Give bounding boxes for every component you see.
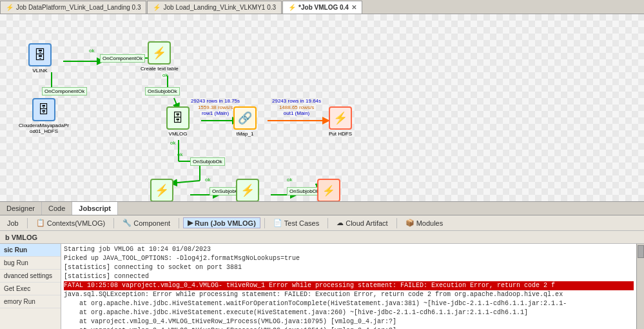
toolbar-cloudartifact-label: Cloud Artifact xyxy=(346,219,387,227)
toolbar-cloudartifact[interactable]: ☁ Cloud Artifact xyxy=(332,217,392,228)
ok-label-3: ok xyxy=(170,140,175,146)
node-createhistable[interactable]: ⚡ Create his table xyxy=(229,179,266,201)
sep-5 xyxy=(327,218,328,228)
tab-3-icon: ⚡ xyxy=(288,4,296,11)
ok-label-2: ok xyxy=(162,72,168,78)
panel-memory-run[interactable]: emory Run xyxy=(0,295,61,308)
toolbar-run-label: Run (Job VMLOG) xyxy=(195,219,256,227)
panel-advanced-settings-label: dvanced settings xyxy=(4,272,52,279)
onsubjob-ok-1: OnSubjobOk xyxy=(145,87,180,95)
canvas-area: 🗄 VLINK OnComponentOk ok ⚡ Create text t… xyxy=(0,14,644,201)
sep-1 xyxy=(27,218,28,228)
toolbar-modules[interactable]: 📦 Modules xyxy=(401,217,448,228)
ok-label-6: ok xyxy=(287,177,292,183)
node-puthdfs[interactable]: ⚡ Put HDFS xyxy=(329,106,352,137)
sep-2 xyxy=(113,218,114,228)
panel-get-exec-label: Get Exec xyxy=(4,285,30,292)
toolbar-modules-icon: 📦 xyxy=(405,219,415,227)
stats-vmlog-in: 29243 rows in 18.75s1559.38 rows/srow1 (… xyxy=(191,98,240,117)
sep-4 xyxy=(264,218,265,228)
panel-advanced-settings[interactable]: dvanced settings xyxy=(0,270,61,283)
scrollbar-thumb[interactable] xyxy=(638,245,644,258)
tab-1-label: Job DataPlatform_VLink_Load_Landing 0.3 xyxy=(16,4,141,11)
panel-debug-run[interactable]: bug Run xyxy=(0,257,61,270)
log-line-2: [statistics] connecting to socket on por… xyxy=(64,263,634,272)
node-createtexttable[interactable]: ⚡ Create text table xyxy=(141,41,179,72)
left-panel: sic Run bug Run dvanced settings Get Exe… xyxy=(0,244,61,329)
toolbar-job[interactable]: Job xyxy=(3,218,23,228)
tab-2-label: Job Load_Landing_VLink_VLKMY1 0.3 xyxy=(163,4,276,11)
panel-memory-run-label: emory Run xyxy=(4,298,35,305)
log-line-8: at vaproject.vmlog_0_4.VMLOG_tHiveRow_1P… xyxy=(64,317,634,326)
tab-3-label: *Job VMLOG 0.4 xyxy=(298,4,349,11)
tab-3-close[interactable]: ✕ xyxy=(351,4,356,11)
node-tmap1[interactable]: 🔗 tMap_1 xyxy=(233,106,257,137)
toolbar-component-label: Component xyxy=(133,219,170,227)
tab-jobscript-label: Jobscript xyxy=(79,204,111,212)
node-tmap1-label: tMap_1 xyxy=(237,131,254,137)
oncomponentok-2: OnComponentOk xyxy=(42,87,87,95)
toolbar-modules-label: Modules xyxy=(416,219,444,227)
tab-jobscript[interactable]: Jobscript xyxy=(72,202,118,215)
log-content: Starting job VMLOG at 10:24 01/08/2023 P… xyxy=(61,244,636,329)
canvas-connections xyxy=(0,14,644,201)
tab-1-icon: ⚡ xyxy=(6,4,14,11)
log-line-4: FATAL 10:25:08 vaproject.vmlog_0_4.VMLOG… xyxy=(64,281,634,290)
node-inserthistable[interactable]: ⚡ Insert to his table xyxy=(309,179,349,201)
designer-tabs: Designer Code Jobscript xyxy=(0,201,644,215)
toolbar-cloudartifact-icon: ☁ xyxy=(337,219,344,227)
log-scrollbar[interactable] xyxy=(636,244,644,329)
toolbar-testcases-icon: 📄 xyxy=(273,219,282,227)
tab-1[interactable]: ⚡ Job DataPlatform_VLink_Load_Landing 0.… xyxy=(0,1,146,14)
toolbar-component-icon: 🔧 xyxy=(122,219,132,227)
sep-3 xyxy=(179,218,179,228)
node-vmlog[interactable]: 🗄 VMLOG xyxy=(166,106,190,137)
stats-tmap-out: 29243 rows in 19.64s1488.65 rows/sout1 (… xyxy=(272,98,321,117)
node-cloudera[interactable]: 🗄 ClouderaMayapadaProd01_HDFS xyxy=(18,98,70,134)
ok-label-1: ok xyxy=(89,48,94,54)
node-cloudera-label: ClouderaMayapadaProd01_HDFS xyxy=(18,123,70,134)
tab-designer[interactable]: Designer xyxy=(0,202,42,215)
log-header: b VMLOG xyxy=(0,231,644,244)
node-puthdfs-label: Put HDFS xyxy=(329,131,352,137)
node-vlink[interactable]: 🗄 VLINK xyxy=(28,43,52,74)
toolbar-contexts[interactable]: 📋 Contexts(VMLOG) xyxy=(32,217,110,228)
tab-code[interactable]: Code xyxy=(42,202,72,215)
tab-bar: ⚡ Job DataPlatform_VLink_Load_Landing 0.… xyxy=(0,0,644,14)
log-line-0: Starting job VMLOG at 10:24 01/08/2023 xyxy=(64,245,634,254)
log-line-1: Picked up JAVA_TOOL_OPTIONS: -Dlog4j2.fo… xyxy=(64,254,634,263)
toolbar-testcases[interactable]: 📄 Test Cases xyxy=(269,217,324,228)
toolbar-component[interactable]: 🔧 Component xyxy=(118,217,175,228)
node-vmlog-label: VMLOG xyxy=(169,131,188,137)
log-line-5: java.sql.SQLException: Error while proce… xyxy=(64,290,634,299)
tab-code-label: Code xyxy=(48,204,65,212)
node-loadtexttable[interactable]: ⚡ Load text table xyxy=(145,179,179,201)
log-line-7: at org.apache.hive.jdbc.HiveStatement.ex… xyxy=(64,308,634,317)
panel-basic-run[interactable]: sic Run xyxy=(0,244,61,257)
panel-debug-run-label: bug Run xyxy=(4,259,28,266)
ok-label-4: ok xyxy=(177,152,182,157)
toolbar-contexts-label: Contexts(VMLOG) xyxy=(47,219,105,227)
oncomponentok-1: OnComponentOk xyxy=(100,54,145,63)
tab-designer-label: Designer xyxy=(6,204,35,212)
panel-basic-run-label: sic Run xyxy=(4,246,27,254)
panel-get-exec[interactable]: Get Exec xyxy=(0,283,61,295)
tab-3[interactable]: ⚡ *Job VMLOG 0.4 ✕ xyxy=(282,1,362,14)
tab-2-icon: ⚡ xyxy=(153,4,161,11)
sep-6 xyxy=(396,218,397,228)
toolbar-contexts-icon: 📋 xyxy=(36,219,45,227)
toolbar-run-icon: ▶ xyxy=(188,219,193,227)
log-line-3: [statistics] connected xyxy=(64,272,634,281)
toolbar-job-label: Job xyxy=(7,219,19,227)
onsubjob-ok-2: OnSubjobOk xyxy=(190,157,225,166)
node-vlink-label: VLINK xyxy=(32,68,47,74)
tab-2[interactable]: ⚡ Job Load_Landing_VLink_VLKMY1 0.3 xyxy=(147,1,282,14)
toolbar-testcases-label: Test Cases xyxy=(284,219,319,227)
ok-label-5: ok xyxy=(205,177,210,183)
node-createtexttable-label: Create text table xyxy=(141,66,179,72)
toolbar-run[interactable]: ▶ Run (Job VMLOG) xyxy=(183,217,260,228)
console-area: sic Run bug Run dvanced settings Get Exe… xyxy=(0,244,644,329)
log-line-6: at org.apache.hive.jdbc.HiveStatement.wa… xyxy=(64,299,634,308)
log-line-9: at vaproject.vmlog_0_4.VMLOG_tHiveRow_5P… xyxy=(64,326,634,329)
log-title: b VMLOG xyxy=(5,234,37,241)
